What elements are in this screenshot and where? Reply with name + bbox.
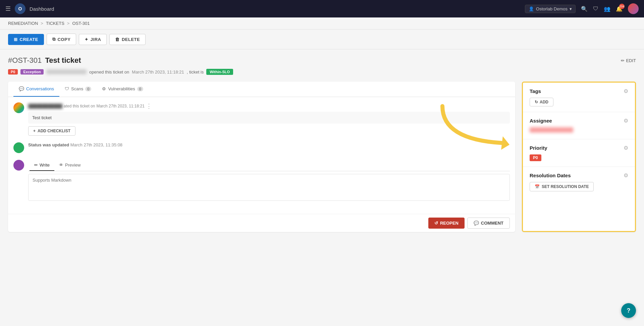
user-name-blurred: [46, 69, 87, 74]
copy-icon: ⧉: [52, 37, 56, 42]
tab-vulnerabilities[interactable]: ⚙ Vulnerabilities 0: [97, 82, 149, 97]
team-icon-btn[interactable]: 👥: [604, 6, 610, 12]
priority-header-row: Priority ⚙: [530, 145, 628, 151]
priority-section: Priority ⚙ P0: [523, 139, 635, 167]
conv-avatar-2: [13, 142, 24, 153]
conv-write-area: ✏ Write 👁 Preview: [28, 160, 510, 202]
conv-ticket-text: Test ticket: [28, 112, 510, 124]
resolution-dates-section: Resolution Dates ⚙ 📅 SET RESOLUTION DATE: [523, 167, 635, 197]
user-avatar[interactable]: [628, 3, 639, 14]
preview-tab[interactable]: 👁 Preview: [54, 160, 85, 171]
pencil-icon: ✏: [34, 162, 38, 168]
set-resolution-date-button[interactable]: 📅 SET RESOLUTION DATE: [530, 182, 594, 191]
org-name: Ostorlab Demos: [536, 6, 568, 11]
tab-scans[interactable]: 🛡 Scans 0: [59, 82, 97, 97]
assignee-section: Assignee ⚙: [523, 112, 635, 139]
p0-badge: P0: [8, 69, 18, 75]
notifications-icon-btn[interactable]: 🔔 204: [616, 6, 623, 12]
app-logo: O: [15, 3, 25, 14]
conv-user-blurred-1: ████████████: [28, 104, 62, 108]
conv-avatar-3: [13, 160, 24, 171]
slo-badge: Within-SLO: [206, 69, 233, 75]
tab-conversations[interactable]: 💬 Conversations: [13, 82, 59, 97]
create-button[interactable]: ⊞ CREATE: [8, 34, 44, 45]
tags-header-row: Tags ⚙: [530, 88, 628, 94]
priority-gear-icon[interactable]: ⚙: [624, 145, 628, 151]
vuln-icon: ⚙: [102, 86, 106, 91]
resolution-gear-icon[interactable]: ⚙: [624, 172, 628, 179]
toolbar: ⊞ CREATE ⧉ COPY ✦ JIRA 🗑 DELETE: [0, 30, 644, 49]
ticket-name: Test ticket: [45, 56, 81, 64]
write-tab[interactable]: ✏ Write: [30, 160, 54, 171]
add-checklist-button[interactable]: + ADD CHECKLIST: [28, 126, 75, 136]
scans-icon: 🛡: [65, 86, 69, 91]
main-layout: 💬 Conversations 🛡 Scans 0 ⚙ Vulnerabilit…: [8, 82, 636, 232]
ticket-header: #OST-301 Test ticket ✏ EDIT: [8, 56, 636, 65]
jira-button[interactable]: ✦ JIRA: [79, 34, 107, 45]
copy-button[interactable]: ⧉ COPY: [47, 34, 76, 45]
edit-button[interactable]: ✏ EDIT: [621, 58, 636, 63]
breadcrumb-remediation[interactable]: REMEDIATION: [8, 21, 38, 26]
resolution-header-row: Resolution Dates ⚙: [530, 172, 628, 179]
refresh-icon: ↻: [535, 100, 538, 104]
assignee-label: Assignee: [530, 118, 552, 124]
conversation-actions: ↺ REOPEN 💬 COMMENT: [8, 214, 515, 232]
delete-icon: 🗑: [115, 37, 120, 42]
tags-label: Tags: [530, 88, 541, 94]
priority-label: Priority: [530, 145, 547, 151]
markdown-input[interactable]: [28, 174, 510, 201]
assignee-gear-icon[interactable]: ⚙: [624, 118, 628, 124]
conv-more-icon[interactable]: ⋮: [146, 102, 152, 110]
tags-gear-icon[interactable]: ⚙: [624, 88, 628, 94]
add-tag-button[interactable]: ↻ ADD: [530, 98, 553, 106]
opened-date: March 27th 2023, 11:18:21: [132, 69, 184, 75]
breadcrumb-ost301[interactable]: OST-301: [72, 21, 90, 26]
conversations-icon: 💬: [19, 86, 24, 91]
right-panel: Tags ⚙ ↻ ADD Assignee ⚙ Priority: [522, 82, 636, 232]
resolution-dates-label: Resolution Dates: [530, 173, 571, 178]
chevron-down-icon: ▾: [570, 6, 572, 11]
calendar-icon: 📅: [535, 184, 540, 189]
priority-badge: P0: [530, 154, 541, 161]
search-icon-btn[interactable]: 🔍: [581, 6, 588, 12]
notification-badge: 204: [619, 4, 625, 9]
conv-avatar-1: [13, 102, 24, 113]
breadcrumb-sep-2: >: [67, 21, 70, 26]
ticket-id: #OST-301: [8, 56, 42, 64]
status-date: March 27th 2023, 11:35:08: [70, 142, 122, 147]
assignee-header-row: Assignee ⚙: [530, 118, 628, 124]
status-update-text: Status was updated March 27th 2023, 11:3…: [28, 142, 510, 147]
breadcrumb: REMEDIATION > TICKETS > OST-301: [0, 17, 644, 30]
org-selector[interactable]: 👤 Ostorlab Demos ▾: [525, 5, 576, 13]
delete-button[interactable]: 🗑 DELETE: [109, 34, 146, 45]
comment-icon: 💬: [474, 221, 479, 226]
comment-button[interactable]: 💬 COMMENT: [467, 218, 510, 229]
help-button[interactable]: ?: [621, 303, 636, 318]
conv-created-text: ated this ticket on: [64, 104, 95, 108]
nav-right: 👤 Ostorlab Demos ▾ 🔍 🛡 👥 🔔 204: [525, 3, 639, 14]
left-panel: 💬 Conversations 🛡 Scans 0 ⚙ Vulnerabilit…: [8, 82, 515, 232]
jira-icon: ✦: [85, 37, 89, 42]
reopen-icon: ↺: [434, 221, 438, 226]
conv-item-created: ████████████ ated this ticket on March 2…: [13, 102, 510, 136]
conv-created-date: March 27th 2023, 11:18:21: [96, 104, 144, 108]
opened-text: opened this ticket on: [89, 69, 129, 75]
create-icon: ⊞: [14, 37, 18, 42]
tab-bar: 💬 Conversations 🛡 Scans 0 ⚙ Vulnerabilit…: [8, 82, 515, 97]
scans-count-badge: 0: [85, 87, 91, 91]
ticket-is-text: , ticket is: [187, 69, 204, 75]
page-title: #OST-301 Test ticket: [8, 56, 81, 65]
exception-badge: Exception: [20, 69, 44, 75]
app-title: Dashboard: [30, 6, 54, 12]
breadcrumb-tickets[interactable]: TICKETS: [46, 21, 64, 26]
hamburger-icon[interactable]: ☰: [5, 5, 11, 12]
tags-section: Tags ⚙ ↻ ADD: [523, 83, 635, 112]
page-content: #OST-301 Test ticket ✏ EDIT P0 Exception…: [0, 49, 644, 326]
nav-left: ☰ O Dashboard: [5, 3, 54, 14]
conversation-area: ████████████ ated this ticket on March 2…: [8, 97, 515, 214]
shield-icon-btn[interactable]: 🛡: [593, 6, 598, 12]
plus-icon: +: [33, 129, 36, 133]
top-navigation: ☰ O Dashboard 👤 Ostorlab Demos ▾ 🔍 🛡 👥 🔔…: [0, 0, 644, 17]
reopen-button[interactable]: ↺ REOPEN: [428, 218, 465, 229]
conv-content-2: Status was updated March 27th 2023, 11:3…: [28, 142, 510, 153]
